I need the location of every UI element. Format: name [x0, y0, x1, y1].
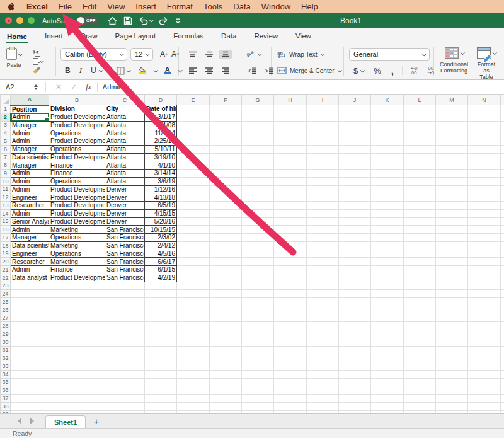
column-header-g[interactable]: G: [242, 95, 274, 105]
empty-cell[interactable]: [404, 209, 436, 217]
data-cell[interactable]: Product Development: [49, 193, 105, 202]
empty-cell[interactable]: [242, 274, 274, 282]
empty-cell[interactable]: [436, 298, 468, 306]
empty-cell[interactable]: [339, 145, 371, 153]
empty-cell[interactable]: [404, 330, 436, 338]
empty-cell[interactable]: [307, 410, 339, 413]
empty-cell[interactable]: [371, 378, 404, 386]
empty-cell[interactable]: [307, 354, 339, 362]
empty-cell[interactable]: [274, 290, 307, 298]
empty-cell[interactable]: [468, 314, 501, 322]
empty-cell[interactable]: [436, 202, 468, 210]
data-cell[interactable]: Product Development: [49, 185, 105, 193]
data-cell[interactable]: Manager: [11, 121, 49, 129]
data-cell[interactable]: Denver: [105, 217, 145, 226]
column-header-m[interactable]: M: [436, 95, 468, 105]
empty-cell[interactable]: [49, 314, 105, 322]
empty-cell[interactable]: [307, 145, 339, 153]
empty-cell[interactable]: [145, 330, 177, 338]
empty-cell[interactable]: [468, 121, 501, 129]
empty-cell[interactable]: [339, 177, 371, 185]
empty-cell[interactable]: [436, 274, 468, 282]
empty-cell[interactable]: [371, 362, 404, 371]
empty-cell[interactable]: [404, 314, 436, 322]
column-header-b[interactable]: B: [49, 95, 105, 105]
empty-cell[interactable]: [210, 282, 242, 290]
empty-cell[interactable]: [404, 282, 436, 290]
empty-cell[interactable]: [436, 161, 468, 170]
empty-cell[interactable]: [307, 113, 339, 121]
empty-cell[interactable]: [404, 105, 436, 113]
decrease-decimal-button[interactable]: 00⇢0: [425, 65, 435, 76]
empty-cell[interactable]: [468, 193, 501, 202]
data-cell[interactable]: 3/6/19: [145, 177, 177, 185]
row-header-2[interactable]: 2: [1, 113, 11, 121]
empty-cell[interactable]: [501, 258, 504, 266]
align-right-button[interactable]: [219, 66, 232, 76]
empty-cell[interactable]: [177, 217, 210, 226]
empty-cell[interactable]: [339, 378, 371, 386]
empty-cell[interactable]: [210, 105, 242, 113]
empty-cell[interactable]: [371, 241, 404, 250]
empty-cell[interactable]: [242, 314, 274, 322]
row-header-39[interactable]: 39: [1, 410, 11, 413]
insert-function-icon[interactable]: fx: [86, 83, 91, 92]
menu-tools[interactable]: Tools: [203, 2, 222, 11]
empty-cell[interactable]: [274, 258, 307, 266]
comma-format-button[interactable]: ,: [389, 64, 396, 78]
empty-cell[interactable]: [371, 234, 404, 242]
empty-cell[interactable]: [145, 322, 177, 330]
menu-format[interactable]: Format: [167, 2, 193, 11]
empty-cell[interactable]: [436, 410, 468, 413]
empty-cell[interactable]: [468, 354, 501, 362]
empty-cell[interactable]: [468, 258, 501, 266]
row-header-35[interactable]: 35: [1, 378, 11, 386]
data-cell[interactable]: Manager: [11, 145, 49, 153]
data-cell[interactable]: Denver: [105, 209, 145, 217]
data-cell[interactable]: Operations: [49, 234, 105, 242]
empty-cell[interactable]: [501, 250, 504, 258]
empty-cell[interactable]: [436, 266, 468, 274]
orientation-button[interactable]: ab: [244, 49, 263, 60]
empty-cell[interactable]: [177, 121, 210, 129]
borders-button[interactable]: [115, 66, 132, 76]
empty-cell[interactable]: [49, 378, 105, 386]
align-left-button[interactable]: [186, 66, 199, 76]
column-header-d[interactable]: D: [145, 95, 177, 105]
data-cell[interactable]: 6/6/17: [145, 258, 177, 266]
row-header-12[interactable]: 12: [1, 193, 11, 202]
empty-cell[interactable]: [274, 370, 307, 378]
empty-cell[interactable]: [501, 113, 504, 121]
empty-cell[interactable]: [307, 274, 339, 282]
empty-cell[interactable]: [339, 346, 371, 354]
data-cell[interactable]: Senior Analyst: [11, 217, 49, 226]
empty-cell[interactable]: [105, 338, 145, 346]
empty-cell[interactable]: [371, 322, 404, 330]
empty-cell[interactable]: [274, 202, 307, 210]
data-cell[interactable]: Admin: [11, 170, 49, 178]
empty-cell[interactable]: [242, 306, 274, 314]
empty-cell[interactable]: [468, 209, 501, 217]
empty-cell[interactable]: [404, 306, 436, 314]
empty-cell[interactable]: [177, 338, 210, 346]
empty-cell[interactable]: [339, 202, 371, 210]
empty-cell[interactable]: [210, 322, 242, 330]
name-box[interactable]: A2: [0, 83, 32, 91]
empty-cell[interactable]: [371, 402, 404, 410]
empty-cell[interactable]: [210, 250, 242, 258]
empty-cell[interactable]: [404, 170, 436, 178]
empty-cell[interactable]: [274, 330, 307, 338]
empty-cell[interactable]: [404, 338, 436, 346]
empty-cell[interactable]: [468, 161, 501, 170]
empty-cell[interactable]: [177, 370, 210, 378]
empty-cell[interactable]: [307, 226, 339, 234]
empty-cell[interactable]: [404, 161, 436, 170]
empty-cell[interactable]: [274, 226, 307, 234]
empty-cell[interactable]: [404, 395, 436, 403]
empty-cell[interactable]: [339, 306, 371, 314]
empty-cell[interactable]: [339, 274, 371, 282]
empty-cell[interactable]: [436, 234, 468, 242]
data-cell[interactable]: 2/25/12: [145, 137, 177, 146]
row-header-24[interactable]: 24: [1, 290, 11, 298]
cancel-entry-icon[interactable]: ✕: [55, 83, 62, 91]
